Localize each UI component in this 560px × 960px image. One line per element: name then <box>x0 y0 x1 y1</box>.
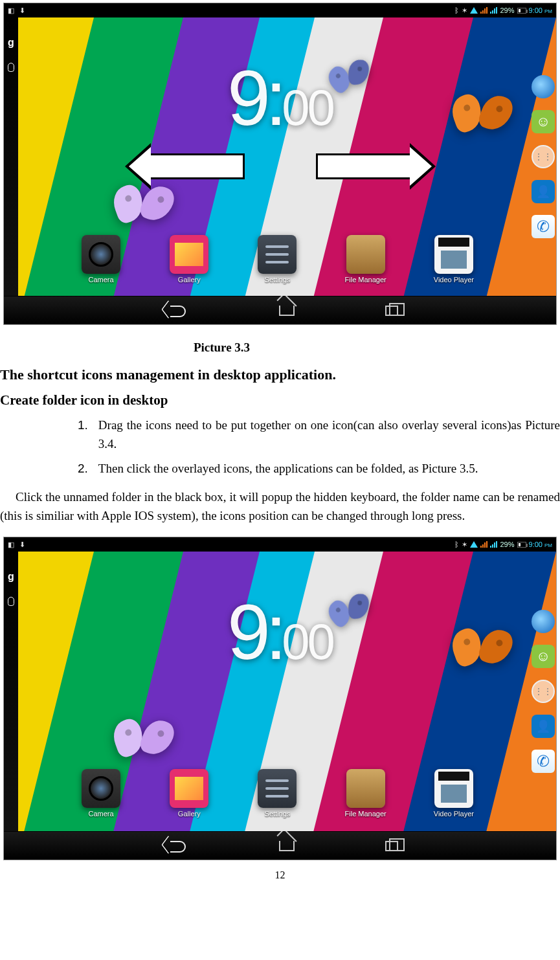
app-label: Settings <box>265 810 291 818</box>
app-dock: Camera Gallery Settings File Manager Vid… <box>31 760 524 830</box>
wifi-icon <box>470 7 478 14</box>
settings-icon <box>258 769 297 808</box>
paragraph: Click the unnamed folder in the black bo… <box>0 487 560 526</box>
page-number: 12 <box>0 869 560 881</box>
list-item: 1. Drag the icons need to be put togethe… <box>78 416 560 453</box>
status-time: 9:00 PM <box>529 6 552 14</box>
app-gallery[interactable]: Gallery <box>161 769 218 818</box>
browser-icon[interactable] <box>532 75 555 98</box>
app-label: Camera <box>89 810 114 818</box>
app-label: Settings <box>265 276 291 284</box>
figure-caption: Picture 3.3 <box>0 340 560 355</box>
google-icon[interactable]: g <box>8 571 14 583</box>
app-camera[interactable]: Camera <box>73 235 129 284</box>
nav-home-icon[interactable] <box>279 841 295 851</box>
battery-icon <box>517 542 526 548</box>
battery-percent: 29% <box>500 541 514 548</box>
apps-drawer-icon[interactable]: ⋮⋮ <box>532 145 555 168</box>
bluetooth-icon: ᛒ <box>454 541 459 548</box>
notification-icon: ⬇ <box>19 541 25 549</box>
app-video-player[interactable]: Video Player <box>425 769 482 818</box>
file-manager-icon <box>346 235 385 274</box>
system-navbar <box>4 831 556 860</box>
clock-widget[interactable]: 9:00 <box>227 587 333 676</box>
video-player-icon <box>434 769 473 808</box>
status-bar: ◧ ⬇ ᛒ ✶ 29% 9:00 PM <box>4 537 556 552</box>
app-file-manager[interactable]: File Manager <box>337 235 394 284</box>
favorites-tray: ☺ ⋮⋮ 👤 ✆ <box>530 552 556 831</box>
vibrate-icon: ✶ <box>462 6 467 15</box>
settings-icon <box>258 235 297 274</box>
signal-icon <box>490 7 497 14</box>
video-player-icon <box>434 235 473 274</box>
app-label: Camera <box>89 276 114 284</box>
app-label: Gallery <box>178 810 201 818</box>
notification-icon: ⬇ <box>19 6 25 15</box>
status-bar: ◧ ⬇ ᛒ ✶ 29% 9:00 PM <box>4 3 556 17</box>
messaging-icon[interactable]: ☺ <box>532 110 555 133</box>
app-settings[interactable]: Settings <box>249 769 306 818</box>
app-dock: Camera Gallery Settings File Manager Vid… <box>31 226 524 296</box>
app-label: Video Player <box>434 810 474 818</box>
app-label: File Manager <box>345 276 386 284</box>
signal-icon <box>480 541 487 548</box>
app-label: Gallery <box>178 276 201 284</box>
notification-icon: ◧ <box>8 6 14 15</box>
phone-icon[interactable]: ✆ <box>532 215 555 238</box>
contacts-icon[interactable]: 👤 <box>532 180 555 203</box>
google-search-rail[interactable]: g <box>4 552 18 831</box>
clock-widget[interactable]: 9:00 <box>227 53 333 142</box>
gallery-icon <box>170 235 208 274</box>
signal-icon <box>480 7 487 14</box>
nav-home-icon[interactable] <box>279 306 295 316</box>
camera-icon <box>82 235 120 274</box>
file-manager-icon <box>346 769 385 808</box>
wifi-icon <box>470 541 478 548</box>
google-search-rail[interactable]: g <box>4 17 18 296</box>
status-time: 9:00 PM <box>529 541 552 548</box>
tablet-screenshot-1: ◧ ⬇ ᛒ ✶ 29% 9:00 PM g 9:00 <box>3 3 557 325</box>
subsection-heading: Create folder icon in desktop <box>0 392 560 408</box>
home-wallpaper[interactable]: g 9:00 ☺ ⋮⋮ 👤 ✆ Camera Gall <box>4 17 556 296</box>
camera-icon <box>82 769 120 808</box>
decorative-butterfly <box>114 720 172 765</box>
favorites-tray: ☺ ⋮⋮ 👤 ✆ <box>530 17 556 296</box>
vibrate-icon: ✶ <box>462 541 467 549</box>
apps-drawer-icon[interactable]: ⋮⋮ <box>532 680 555 703</box>
app-label: Video Player <box>434 276 474 284</box>
signal-icon <box>490 541 497 548</box>
app-video-player[interactable]: Video Player <box>425 235 482 284</box>
home-wallpaper[interactable]: g 9:00 ☺ ⋮⋮ 👤 ✆ Camera Gallery Settings <box>4 552 556 831</box>
list-item: 2. Then click the overlayed icons, the a… <box>78 460 560 478</box>
nav-back-icon[interactable] <box>162 839 188 853</box>
bluetooth-icon: ᛒ <box>454 6 459 14</box>
section-heading: The shortcut icons management in desktop… <box>0 366 560 383</box>
tablet-screenshot-2: ◧ ⬇ ᛒ ✶ 29% 9:00 PM g 9:00 <box>3 537 557 860</box>
browser-icon[interactable] <box>532 610 555 633</box>
app-file-manager[interactable]: File Manager <box>337 769 394 818</box>
decorative-butterfly <box>114 186 172 231</box>
contacts-icon[interactable]: 👤 <box>532 715 555 738</box>
nav-recent-icon[interactable] <box>385 841 398 851</box>
nav-back-icon[interactable] <box>162 304 188 318</box>
app-camera[interactable]: Camera <box>73 769 129 818</box>
instruction-list: 1. Drag the icons need to be put togethe… <box>78 416 560 478</box>
nav-recent-icon[interactable] <box>385 306 398 316</box>
messaging-icon[interactable]: ☺ <box>532 645 555 668</box>
battery-icon <box>517 8 526 14</box>
gallery-icon <box>170 769 208 808</box>
battery-percent: 29% <box>500 6 514 14</box>
system-navbar <box>4 296 556 324</box>
mic-icon[interactable] <box>8 63 14 72</box>
mic-icon[interactable] <box>8 597 14 606</box>
google-icon[interactable]: g <box>8 37 14 49</box>
app-gallery[interactable]: Gallery <box>161 235 218 284</box>
decorative-butterfly <box>453 629 511 675</box>
app-label: File Manager <box>345 810 386 818</box>
phone-icon[interactable]: ✆ <box>532 750 555 773</box>
app-settings[interactable]: Settings <box>249 235 306 284</box>
notification-icon: ◧ <box>8 541 14 549</box>
decorative-butterfly <box>453 95 511 140</box>
